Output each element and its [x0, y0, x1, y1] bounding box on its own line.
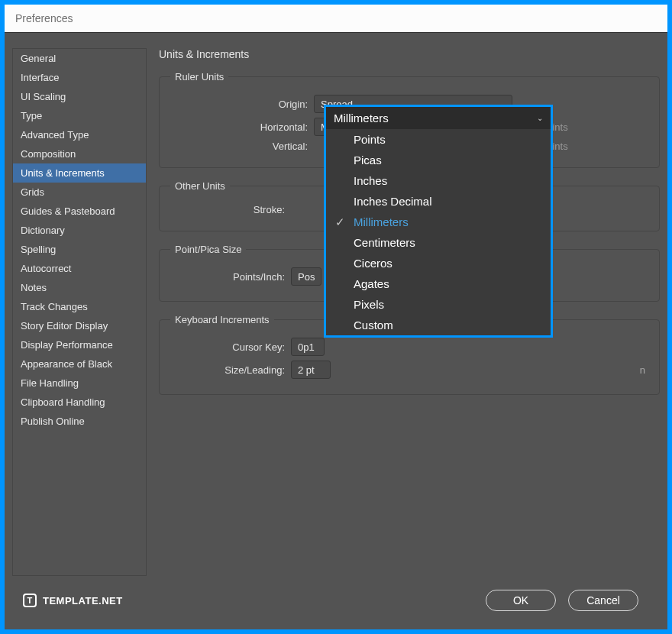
sidebar-item-clipboard-handling[interactable]: Clipboard Handling [13, 393, 146, 412]
sidebar-item-composition[interactable]: Composition [13, 144, 146, 163]
dropdown-option-inches-decimal[interactable]: Inches Decimal [326, 191, 551, 212]
sidebar-item-spelling[interactable]: Spelling [13, 240, 146, 259]
dropdown-option-ciceros[interactable]: Ciceros [326, 253, 551, 273]
sidebar-item-ui-scaling[interactable]: UI Scaling [13, 87, 146, 106]
keyboard-increments-legend: Keyboard Increments [170, 314, 274, 325]
sidebar-item-interface[interactable]: Interface [13, 68, 146, 87]
dropdown-option-agates[interactable]: Agates [326, 273, 551, 294]
sidebar-item-display-performance[interactable]: Display Performance [13, 335, 146, 354]
sidebar-item-autocorrect[interactable]: Autocorrect [13, 259, 146, 278]
sidebar-item-file-handling[interactable]: File Handling [13, 374, 146, 393]
ruler-units-legend: Ruler Units [170, 71, 228, 82]
cursor-key-label: Cursor Key: [170, 341, 285, 353]
sidebar-item-guides-pasteboard[interactable]: Guides & Pasteboard [13, 202, 146, 221]
dropdown-list: PointsPicasInchesInches DecimalMillimete… [326, 129, 551, 335]
point-pica-legend: Point/Pica Size [170, 244, 246, 255]
ok-button[interactable]: OK [486, 590, 556, 611]
brand-logo: T TEMPLATE.NET [23, 594, 123, 607]
footer: T TEMPLATE.NET OK Cancel [5, 579, 667, 629]
sidebar-item-type[interactable]: Type [13, 106, 146, 125]
page-title: Units & Increments [159, 48, 660, 60]
dropdown-option-millimeters[interactable]: Millimeters [326, 212, 551, 232]
dropdown-option-inches[interactable]: Inches [326, 170, 551, 191]
dropdown-option-picas[interactable]: Picas [326, 150, 551, 170]
window-title: Preferences [5, 5, 667, 33]
origin-label: Origin: [170, 99, 308, 110]
dropdown-header-value: Millimeters [334, 112, 389, 125]
points-inch-label: Points/Inch: [170, 271, 285, 283]
brand-text: TEMPLATE.NET [43, 595, 123, 607]
size-leading-label: Size/Leading: [170, 364, 285, 376]
chevron-down-icon: ⌄ [537, 114, 543, 122]
stroke-label: Stroke: [170, 204, 285, 215]
sidebar-item-units-increments[interactable]: Units & Increments [13, 163, 146, 183]
dropdown-option-pixels[interactable]: Pixels [326, 294, 551, 315]
size-leading-trail: n [640, 364, 645, 376]
dropdown-option-points[interactable]: Points [326, 129, 551, 150]
dropdown-header[interactable]: Millimeters ⌄ [326, 107, 551, 129]
sidebar-item-general[interactable]: General [13, 49, 146, 68]
dropdown-option-custom[interactable]: Custom [326, 315, 551, 335]
preferences-sidebar: GeneralInterfaceUI ScalingTypeAdvanced T… [12, 48, 147, 576]
sidebar-item-grids[interactable]: Grids [13, 183, 146, 202]
sidebar-item-notes[interactable]: Notes [13, 278, 146, 297]
horizontal-label: Horizontal: [170, 121, 308, 133]
template-icon: T [23, 594, 37, 607]
window-body: GeneralInterfaceUI ScalingTypeAdvanced T… [5, 33, 667, 579]
points-inch-input[interactable]: Pos [291, 267, 321, 286]
sidebar-item-dictionary[interactable]: Dictionary [13, 221, 146, 240]
dropdown-option-centimeters[interactable]: Centimeters [326, 232, 551, 253]
size-leading-input[interactable]: 2 pt [291, 361, 331, 379]
sidebar-item-advanced-type[interactable]: Advanced Type [13, 125, 146, 144]
preferences-window: Preferences GeneralInterfaceUI ScalingTy… [5, 5, 667, 629]
sidebar-item-publish-online[interactable]: Publish Online [13, 412, 146, 431]
sidebar-item-story-editor-display[interactable]: Story Editor Display [13, 316, 146, 335]
cursor-key-row: Cursor Key: 0p1 [170, 338, 648, 356]
sidebar-item-appearance-of-black[interactable]: Appearance of Black [13, 354, 146, 374]
footer-buttons: OK Cancel [486, 590, 638, 611]
other-units-legend: Other Units [170, 180, 230, 192]
cursor-key-input[interactable]: 0p1 [291, 338, 325, 356]
vertical-label: Vertical: [170, 141, 308, 152]
main-panel: Units & Increments Ruler Units Origin: S… [159, 48, 660, 576]
size-leading-row: Size/Leading: 2 pt n [170, 361, 648, 379]
vertical-units-dropdown[interactable]: Millimeters ⌄ PointsPicasInchesInches De… [324, 105, 553, 338]
sidebar-item-track-changes[interactable]: Track Changes [13, 297, 146, 316]
cancel-button[interactable]: Cancel [568, 590, 638, 611]
